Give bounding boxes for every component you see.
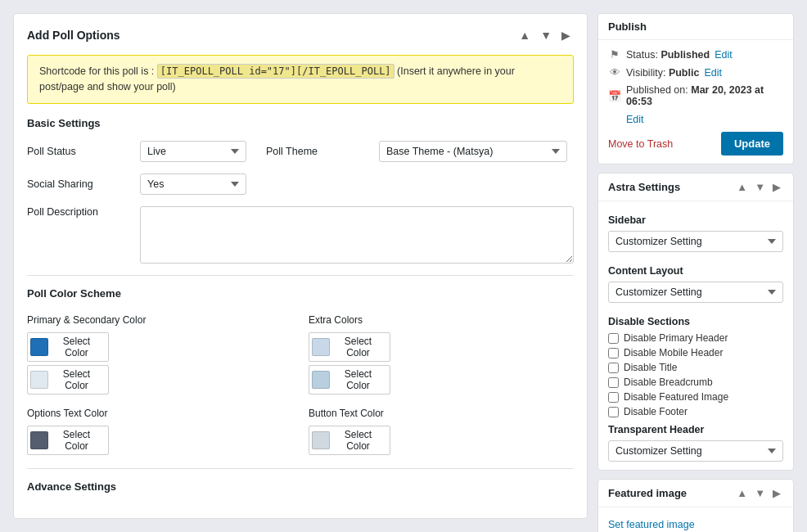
disable-primary-header-checkbox[interactable] [608, 333, 619, 344]
extra-swatch2 [312, 371, 330, 389]
extra-color2-btn[interactable]: Select Color [309, 365, 390, 394]
primary-btn-label: Select Color [52, 336, 101, 358]
primary-color-btn[interactable]: Select Color [27, 332, 109, 362]
featured-image-header: Featured image ▲ ▼ ▶ [598, 480, 793, 507]
disable-featured-image-label: Disable Featured Image [624, 391, 728, 403]
transparent-header-label: Transparent Header [608, 424, 783, 435]
poll-status-row: Poll Status Live Closed Draft Poll Theme… [27, 141, 574, 162]
shortcode-code: [IT_EPOLL_POLL id="17"][/IT_EPOLL_POLL] [157, 64, 394, 79]
collapse-down-icon[interactable]: ▼ [537, 27, 555, 43]
basic-settings-title: Basic Settings [27, 117, 574, 129]
poll-status-label: Poll Status [27, 146, 133, 157]
disable-sections-label: Disable Sections [608, 316, 783, 327]
color-scheme-title: Poll Color Scheme [27, 287, 574, 300]
options-text-btn-label: Select Color [52, 429, 101, 452]
poll-description-label: Poll Description [27, 206, 133, 218]
options-text-color-field: Options Text Color Select Color [27, 408, 292, 455]
content-layout-label: Content Layout [608, 265, 783, 277]
secondary-swatch [30, 371, 48, 389]
extra-colors-field: Extra Colors Select Color Select Color [309, 314, 574, 394]
visibility-edit-link[interactable]: Edit [704, 67, 722, 79]
featured-image-expand[interactable]: ▶ [770, 486, 783, 500]
disable-mobile-header-checkbox[interactable] [608, 348, 619, 358]
disable-breadcrumb-checkbox[interactable] [608, 377, 619, 388]
astra-expand[interactable]: ▶ [770, 180, 783, 194]
button-text-color-field: Button Text Color Select Color [309, 408, 574, 455]
disable-primary-header-row: Disable Primary Header [608, 332, 783, 344]
button-swatch [312, 431, 330, 449]
featured-image-down[interactable]: ▼ [752, 486, 768, 500]
expand-icon[interactable]: ▶ [558, 27, 574, 43]
disable-primary-header-label: Disable Primary Header [624, 332, 728, 344]
disable-footer-row: Disable Footer [608, 406, 783, 417]
extra-swatch1 [312, 338, 330, 356]
options-text-swatch [30, 431, 48, 449]
color-grid: Primary & Secondary Color Select Color S… [27, 314, 574, 455]
transparent-header-select[interactable]: Customizer Setting Enable Disable [608, 440, 783, 462]
button-text-btn[interactable]: Select Color [309, 426, 390, 455]
sidebar-select[interactable]: Customizer Setting Left Sidebar Right Si… [608, 231, 783, 252]
astra-collapse-down[interactable]: ▼ [752, 180, 768, 194]
astra-header: Astra Settings ▲ ▼ ▶ [598, 174, 793, 201]
astra-controls: ▲ ▼ ▶ [734, 180, 783, 194]
extra-btn1-label: Select Color [333, 336, 383, 358]
disable-featured-image-checkbox[interactable] [608, 392, 619, 403]
primary-swatch [30, 338, 48, 356]
disable-breadcrumb-row: Disable Breadcrumb [608, 376, 783, 388]
update-button[interactable]: Update [721, 132, 783, 156]
featured-image-controls: ▲ ▼ ▶ [734, 486, 783, 500]
astra-title: Astra Settings [608, 181, 680, 193]
secondary-color-btn[interactable]: Select Color [27, 365, 109, 394]
status-row: ⚑ Status: Published Edit [608, 48, 783, 61]
featured-image-box: Featured image ▲ ▼ ▶ Set featured image [597, 479, 794, 532]
extra-color-swatches: Select Color Select Color [309, 332, 574, 394]
content-layout-select[interactable]: Customizer Setting Boxed Full Width Padd… [608, 282, 783, 303]
status-edit-link[interactable]: Edit [715, 49, 733, 61]
secondary-btn-label: Select Color [52, 368, 101, 391]
disable-footer-checkbox[interactable] [608, 407, 619, 417]
published-label: Published on: Mar 20, 2023 at 06:53 [626, 84, 783, 107]
section-divider [27, 275, 574, 276]
side-panel: Publish ⚑ Status: Published Edit 👁 Visib… [597, 13, 794, 519]
trash-link[interactable]: Move to Trash [608, 138, 673, 150]
advance-settings-title: Advance Settings [27, 480, 574, 493]
astra-collapse-up[interactable]: ▲ [734, 180, 750, 194]
visibility-icon: 👁 [608, 66, 621, 79]
disable-breadcrumb-label: Disable Breadcrumb [624, 376, 713, 388]
disable-title-label: Disable Title [624, 362, 677, 373]
collapse-up-icon[interactable]: ▲ [516, 27, 534, 43]
publish-header: Publish [598, 14, 793, 40]
disable-title-checkbox[interactable] [608, 363, 619, 373]
disable-title-row: Disable Title [608, 362, 783, 373]
social-sharing-select[interactable]: Yes No [140, 174, 246, 195]
options-text-btn[interactable]: Select Color [27, 426, 109, 455]
poll-description-textarea[interactable] [140, 206, 574, 264]
shortcode-box: Shortcode for this poll is : [IT_EPOLL_P… [27, 55, 574, 104]
visibility-label: Visibility: Public [626, 67, 699, 79]
featured-image-up[interactable]: ▲ [734, 486, 750, 500]
advance-divider [27, 468, 574, 469]
poll-description-row: Poll Description [27, 206, 574, 264]
publish-title: Publish [608, 20, 647, 33]
poll-theme-select[interactable]: Base Theme - (Matsya) Default Theme [379, 141, 567, 162]
poll-theme-label: Poll Theme [266, 146, 372, 157]
shortcode-prefix: Shortcode for this poll is : [39, 65, 157, 77]
extra-color1-btn[interactable]: Select Color [309, 332, 390, 362]
status-icon: ⚑ [608, 48, 621, 61]
disable-mobile-header-label: Disable Mobile Header [624, 347, 723, 358]
calendar-icon: 📅 [608, 90, 621, 102]
disable-footer-label: Disable Footer [624, 406, 688, 417]
poll-status-select[interactable]: Live Closed Draft [140, 141, 246, 162]
featured-image-title: Featured image [608, 487, 687, 499]
publish-body: ⚑ Status: Published Edit 👁 Visibility: P… [598, 40, 793, 164]
set-featured-image-link[interactable]: Set featured image [608, 516, 783, 532]
options-text-label: Options Text Color [27, 408, 292, 419]
published-on-row: 📅 Published on: Mar 20, 2023 at 06:53 [608, 84, 783, 107]
featured-image-body: Set featured image [598, 507, 793, 532]
primary-secondary-color-field: Primary & Secondary Color Select Color S… [27, 314, 292, 394]
disable-featured-image-row: Disable Featured Image [608, 391, 783, 403]
astra-settings-box: Astra Settings ▲ ▼ ▶ Sidebar Customizer … [597, 173, 794, 471]
published-edit-link[interactable]: Edit [626, 114, 644, 125]
panel-controls: ▲ ▼ ▶ [516, 27, 574, 43]
button-text-label: Button Text Color [309, 408, 574, 419]
